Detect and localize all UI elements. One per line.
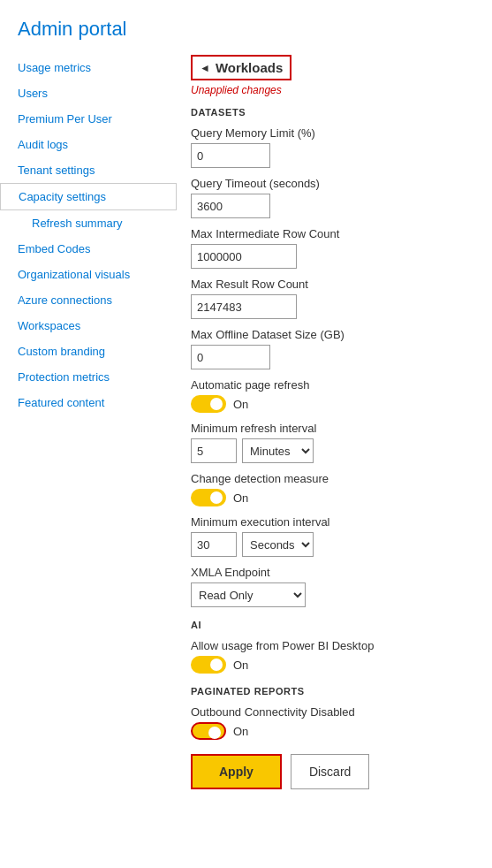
query-memory-limit-input[interactable] xyxy=(191,143,270,168)
datasets-section-label: DATASETS xyxy=(191,107,474,118)
workloads-header[interactable]: ◄ Workloads xyxy=(191,55,291,80)
collapse-arrow-icon: ◄ xyxy=(200,62,210,74)
sidebar-item-usage-metrics[interactable]: Usage metrics xyxy=(0,55,177,80)
sidebar-item-azure-connections[interactable]: Azure connections xyxy=(0,287,177,313)
refresh-interval-unit-select[interactable]: Minutes Seconds Hours xyxy=(242,438,314,463)
sidebar-item-embed-codes[interactable]: Embed Codes xyxy=(0,236,177,262)
unapplied-changes-text: Unapplied changes xyxy=(191,84,474,96)
minimum-execution-interval-label: Minimum execution interval xyxy=(191,515,474,529)
sidebar-item-featured-content[interactable]: Featured content xyxy=(0,390,177,415)
outbound-connectivity-toggle-knob xyxy=(208,727,221,739)
sidebar-item-audit-logs[interactable]: Audit logs xyxy=(0,132,177,157)
max-intermediate-row-input[interactable] xyxy=(191,244,297,269)
sidebar-item-custom-branding[interactable]: Custom branding xyxy=(0,339,177,364)
execution-interval-input[interactable] xyxy=(191,532,237,557)
page-title: Admin portal xyxy=(0,18,492,55)
ai-toggle[interactable] xyxy=(191,656,226,674)
xmla-endpoint-select[interactable]: Read Only Read Write Off xyxy=(191,582,306,607)
max-offline-dataset-label: Max Offline Dataset Size (GB) xyxy=(191,328,474,341)
outbound-connectivity-toggle-label: On xyxy=(233,725,248,738)
sidebar-item-workspaces[interactable]: Workspaces xyxy=(0,313,177,339)
change-detection-label: Change detection measure xyxy=(191,472,474,485)
xmla-endpoint-label: XMLA Endpoint xyxy=(191,566,474,579)
toggle-knob xyxy=(210,398,223,410)
outbound-connectivity-toggle[interactable] xyxy=(191,722,226,740)
max-intermediate-row-label: Max Intermediate Row Count xyxy=(191,227,474,240)
workloads-title: Workloads xyxy=(216,60,283,75)
minimum-refresh-interval-label: Minimum refresh interval xyxy=(191,422,474,435)
automatic-page-refresh-toggle[interactable] xyxy=(191,395,226,413)
ai-section-label: AI xyxy=(191,620,474,630)
sidebar-item-protection-metrics[interactable]: Protection metrics xyxy=(0,364,177,390)
max-result-row-input[interactable] xyxy=(191,294,297,319)
ai-toggle-row: On xyxy=(191,656,474,674)
refresh-interval-input[interactable] xyxy=(191,438,237,463)
sidebar-item-premium-per-user[interactable]: Premium Per User xyxy=(0,106,177,132)
outbound-connectivity-label: Outbound Connectivity Disabled xyxy=(191,705,474,719)
execution-interval-unit-select[interactable]: Seconds Minutes xyxy=(242,532,314,557)
max-result-row-label: Max Result Row Count xyxy=(191,278,474,291)
sidebar-item-tenant-settings[interactable]: Tenant settings xyxy=(0,157,177,183)
sidebar-item-organizational-visuals[interactable]: Organizational visuals xyxy=(0,262,177,287)
change-detection-toggle-row: On xyxy=(191,489,474,506)
sidebar: Usage metrics Users Premium Per User Aud… xyxy=(0,55,177,807)
minimum-execution-interval-row: Seconds Minutes xyxy=(191,532,474,557)
apply-button[interactable]: Apply xyxy=(191,754,282,789)
change-detection-toggle-label: On xyxy=(233,491,248,505)
sidebar-item-capacity-settings[interactable]: Capacity settings xyxy=(0,183,177,210)
automatic-page-refresh-label: Automatic page refresh xyxy=(191,378,474,392)
ai-toggle-knob xyxy=(210,659,223,671)
change-detection-toggle-knob xyxy=(210,491,223,504)
minimum-refresh-interval-row: Minutes Seconds Hours xyxy=(191,438,474,463)
query-memory-limit-label: Query Memory Limit (%) xyxy=(191,126,474,140)
query-timeout-input[interactable] xyxy=(191,194,270,218)
paginated-reports-section-label: PAGINATED REPORTS xyxy=(191,686,474,697)
change-detection-toggle[interactable] xyxy=(191,489,226,506)
query-timeout-label: Query Timeout (seconds) xyxy=(191,177,474,190)
discard-button[interactable]: Discard xyxy=(291,754,369,789)
automatic-page-refresh-toggle-label: On xyxy=(233,398,248,411)
sidebar-item-refresh-summary[interactable]: Refresh summary xyxy=(0,210,177,236)
automatic-page-refresh-toggle-row: On xyxy=(191,395,474,413)
ai-toggle-label: On xyxy=(233,659,248,672)
outbound-connectivity-toggle-row: On xyxy=(191,722,474,740)
workloads-content: ◄ Workloads Unapplied changes DATASETS Q… xyxy=(177,55,492,807)
max-offline-dataset-input[interactable] xyxy=(191,345,270,369)
ai-allow-label: Allow usage from Power BI Desktop xyxy=(191,639,474,652)
action-row: Apply Discard xyxy=(191,754,474,789)
sidebar-item-users[interactable]: Users xyxy=(0,80,177,106)
